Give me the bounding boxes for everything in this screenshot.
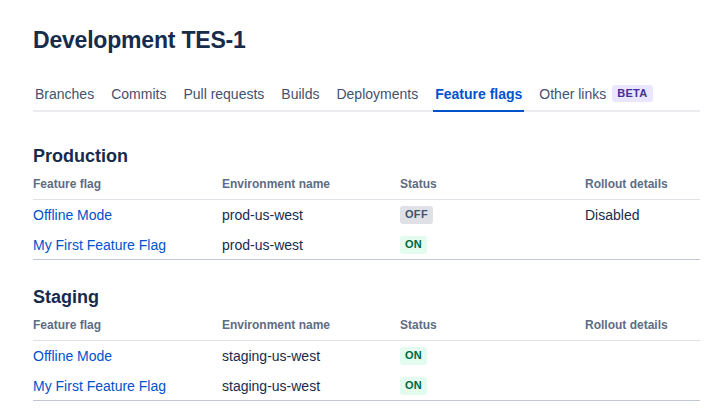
feature-flag-link[interactable]: My First Feature Flag	[33, 378, 166, 394]
table-row: My First Feature Flag staging-us-west ON	[33, 371, 700, 401]
status-badge: ON	[400, 347, 427, 365]
tab-other-links-label: Other links	[539, 86, 606, 102]
tab-feature-flags[interactable]: Feature flags	[433, 86, 524, 112]
environment-name: prod-us-west	[222, 237, 400, 253]
production-feature-flag-table: Feature flag Environment name Status Rol…	[33, 177, 700, 260]
column-header-environment-name: Environment name	[222, 177, 400, 191]
section-heading-production: Production	[33, 146, 700, 167]
column-header-status: Status	[400, 177, 585, 191]
feature-flag-link[interactable]: My First Feature Flag	[33, 237, 166, 253]
status-badge: OFF	[400, 206, 433, 224]
column-header-environment-name: Environment name	[222, 318, 400, 332]
page-title: Development TES-1	[33, 27, 700, 54]
section-production: Production Feature flag Environment name…	[33, 146, 700, 260]
table-header-row: Feature flag Environment name Status Rol…	[33, 177, 700, 200]
feature-flag-link[interactable]: Offline Mode	[33, 348, 112, 364]
environment-name: prod-us-west	[222, 207, 400, 223]
rollout-details: Disabled	[585, 207, 700, 223]
environment-name: staging-us-west	[222, 378, 400, 394]
tab-bar: Branches Commits Pull requests Builds De…	[33, 85, 700, 112]
table-row: Offline Mode prod-us-west OFF Disabled	[33, 200, 700, 230]
tab-commits[interactable]: Commits	[109, 86, 168, 112]
column-header-rollout-details: Rollout details	[585, 177, 700, 191]
section-staging: Staging Feature flag Environment name St…	[33, 287, 700, 401]
tab-deployments[interactable]: Deployments	[334, 86, 420, 112]
table-row: My First Feature Flag prod-us-west ON	[33, 230, 700, 260]
table-row: Offline Mode staging-us-west ON	[33, 341, 700, 371]
column-header-status: Status	[400, 318, 585, 332]
tab-pull-requests[interactable]: Pull requests	[181, 86, 266, 112]
environment-name: staging-us-west	[222, 348, 400, 364]
column-header-feature-flag: Feature flag	[33, 318, 222, 332]
feature-flag-link[interactable]: Offline Mode	[33, 207, 112, 223]
table-header-row: Feature flag Environment name Status Rol…	[33, 318, 700, 341]
development-panel: Development TES-1 Branches Commits Pull …	[0, 0, 705, 401]
tab-branches[interactable]: Branches	[33, 86, 96, 112]
status-badge: ON	[400, 377, 427, 395]
column-header-feature-flag: Feature flag	[33, 177, 222, 191]
status-badge: ON	[400, 236, 427, 254]
column-header-rollout-details: Rollout details	[585, 318, 700, 332]
staging-feature-flag-table: Feature flag Environment name Status Rol…	[33, 318, 700, 401]
beta-badge: BETA	[612, 85, 652, 102]
section-heading-staging: Staging	[33, 287, 700, 308]
tab-builds[interactable]: Builds	[279, 86, 321, 112]
tab-other-links[interactable]: Other links BETA	[537, 85, 654, 112]
